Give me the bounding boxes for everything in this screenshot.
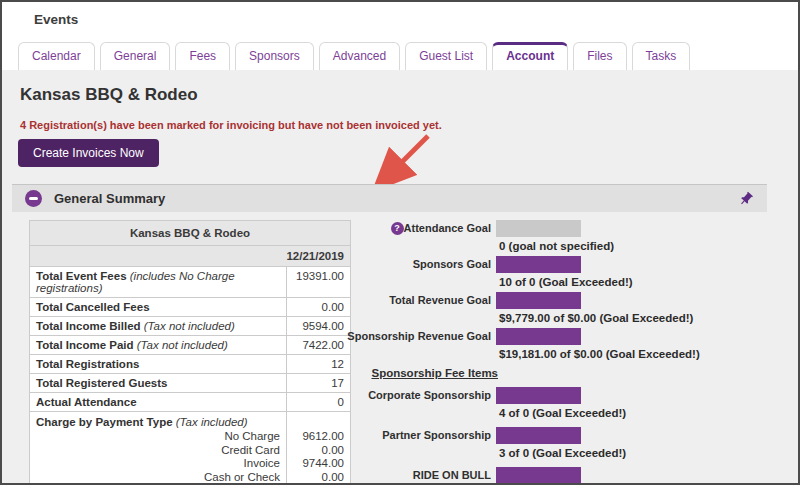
tab-label: Calendar: [32, 49, 81, 63]
table-date-row: 12/21/2019: [30, 246, 351, 267]
table-title: Kansas BBQ & Rodeo: [30, 221, 351, 246]
fee-item-row: Partner Sponsorship 3 of 0 (Goal Exceede…: [341, 427, 761, 460]
row-label: Total Registered Guests: [36, 377, 167, 389]
event-name: Kansas BBQ & Rodeo: [20, 85, 798, 105]
row-label: Total Registrations: [36, 358, 139, 370]
help-icon[interactable]: [391, 222, 404, 235]
tab[interactable]: Fees: [175, 42, 230, 70]
content-area: Kansas BBQ & Rodeo 4 Registration(s) hav…: [2, 70, 798, 483]
row-note: (Tax not included): [144, 320, 235, 332]
tab-label: Sponsors: [249, 49, 300, 63]
panel-header: General Summary: [12, 184, 767, 212]
charge-type-label: No Charge: [36, 430, 280, 444]
charge-type-label: Invoice: [36, 457, 280, 471]
fee-item-caption: 4 of 0 (Goal Exceeded!): [496, 406, 756, 420]
tab-label: Files: [587, 49, 612, 63]
goal-row: Sponsors Goal 10 of 0 (Goal Exceeded!): [341, 256, 761, 289]
tab-bar: Calendar General Fees Sponsors Advanced …: [18, 42, 690, 70]
table-row: Total Income Billed (Tax not included) 9…: [30, 317, 351, 336]
fee-item-progress-bar: [496, 387, 581, 404]
row-label: Total Event Fees: [36, 270, 127, 282]
tab[interactable]: General: [100, 42, 171, 70]
row-label: Total Cancelled Fees: [36, 301, 150, 313]
tab[interactable]: Tasks: [632, 42, 691, 70]
goal-caption: $19,181.00 of $0.00 (Goal Exceeded!): [496, 347, 756, 361]
charge-type-value: 9744.00: [293, 457, 344, 471]
goal-progress-bar: [496, 328, 581, 345]
table-row: Total Registered Guests 17: [30, 374, 351, 393]
charge-type-value: 0.00: [293, 471, 344, 485]
row-label: Total Income Billed: [36, 320, 141, 332]
goal-label: Attendance Goal: [404, 222, 491, 234]
tab[interactable]: Calendar: [18, 42, 95, 70]
goal-label: Sponsorship Revenue Goal: [347, 330, 491, 342]
goal-list: Attendance Goal 0 (goal not specified) S…: [341, 220, 761, 361]
tab[interactable]: Sponsors: [235, 42, 314, 70]
row-label: Actual Attendance: [36, 396, 137, 408]
table-title-row: Kansas BBQ & Rodeo: [30, 221, 351, 246]
table-date: 12/21/2019: [30, 246, 351, 267]
goal-progress-bar: [496, 256, 581, 273]
charge-type-values: 9612.000.009744.000.000.002322.00: [293, 430, 344, 485]
tab-label: Guest List: [419, 49, 473, 63]
goal-caption: $9,779.00 of $0.00 (Goal Exceeded!): [496, 311, 756, 325]
goal-row: Total Revenue Goal $9,779.00 of $0.00 (G…: [341, 292, 761, 325]
fee-item-caption: 3 of 0 (Goal Exceeded!): [496, 446, 756, 460]
charge-type-label: Credit Card: [36, 444, 280, 458]
pin-icon[interactable]: [738, 191, 754, 207]
charge-section-label: Charge by Payment Type: [36, 416, 173, 428]
tab-label: General: [114, 49, 157, 63]
fee-item-row: Corporate Sponsorship 4 of 0 (Goal Excee…: [341, 387, 761, 420]
goal-label: Sponsors Goal: [413, 258, 491, 270]
tab-label: Tasks: [646, 49, 677, 63]
row-label: Total Income Paid: [36, 339, 134, 351]
page-title: Events: [34, 12, 78, 27]
goal-row: Attendance Goal 0 (goal not specified): [341, 220, 761, 253]
row-note: (Tax not included): [137, 339, 228, 351]
charge-type-value: 9612.00: [293, 430, 344, 444]
tab[interactable]: Files: [573, 42, 626, 70]
table-row: Total Registrations 12: [30, 355, 351, 374]
table-row: Total Cancelled Fees 0.00: [30, 298, 351, 317]
summary-table: Kansas BBQ & Rodeo 12/21/2019 Total Even…: [29, 220, 351, 485]
charge-section-note: (Tax included): [176, 416, 248, 428]
collapse-minus-icon[interactable]: [25, 190, 42, 207]
general-summary-panel: General Summary Kansas BBQ & Rodeo 12/21…: [12, 184, 767, 483]
goal-row: Sponsorship Revenue Goal $19,181.00 of $…: [341, 328, 761, 361]
fee-item-list: Corporate Sponsorship 4 of 0 (Goal Excee…: [341, 387, 761, 485]
table-row: Total Income Paid (Tax not included) 742…: [30, 336, 351, 355]
tab[interactable]: Advanced: [319, 42, 400, 70]
sponsorship-fee-items-heading: Sponsorship Fee Items: [341, 367, 498, 379]
fee-item-label: RIDE ON BULL: [413, 469, 491, 481]
charge-type-labels: No ChargeCredit CardInvoiceCash or Check…: [36, 430, 280, 485]
charge-type-label: Cash or Check: [36, 471, 280, 485]
goal-caption: 10 of 0 (Goal Exceeded!): [496, 275, 756, 289]
fee-item-label: Corporate Sponsorship: [368, 389, 491, 401]
fee-item-label: Partner Sponsorship: [382, 429, 491, 441]
fee-item-row: RIDE ON BULL 4 of 0 (Goal Exceeded!): [341, 467, 761, 485]
table-row: Total Event Fees (includes No Charge reg…: [30, 267, 351, 298]
top-bar: Events Calendar General Fees Sponsors Ad…: [2, 2, 798, 70]
goal-progress-bar: [496, 292, 581, 309]
tab[interactable]: Guest List: [405, 42, 487, 70]
tab-label: Account: [506, 49, 554, 63]
charge-by-payment-row: Charge by Payment Type (Tax included) No…: [30, 412, 351, 485]
tab-label: Fees: [189, 49, 216, 63]
create-invoices-button[interactable]: Create Invoices Now: [18, 139, 159, 167]
panel-title: General Summary: [54, 191, 165, 206]
tab[interactable]: Account: [492, 42, 568, 70]
tab-label: Advanced: [333, 49, 386, 63]
goal-label: Total Revenue Goal: [389, 294, 491, 306]
goal-caption: 0 (goal not specified): [496, 239, 756, 253]
fee-item-progress-bar: [496, 467, 581, 484]
goal-progress-bar: [496, 220, 581, 237]
goals-section: Attendance Goal 0 (goal not specified) S…: [341, 220, 761, 485]
charge-type-value: 0.00: [293, 444, 344, 458]
invoicing-warning: 4 Registration(s) have been marked for i…: [20, 119, 798, 131]
fee-item-progress-bar: [496, 427, 581, 444]
table-row: Actual Attendance 0: [30, 393, 351, 412]
